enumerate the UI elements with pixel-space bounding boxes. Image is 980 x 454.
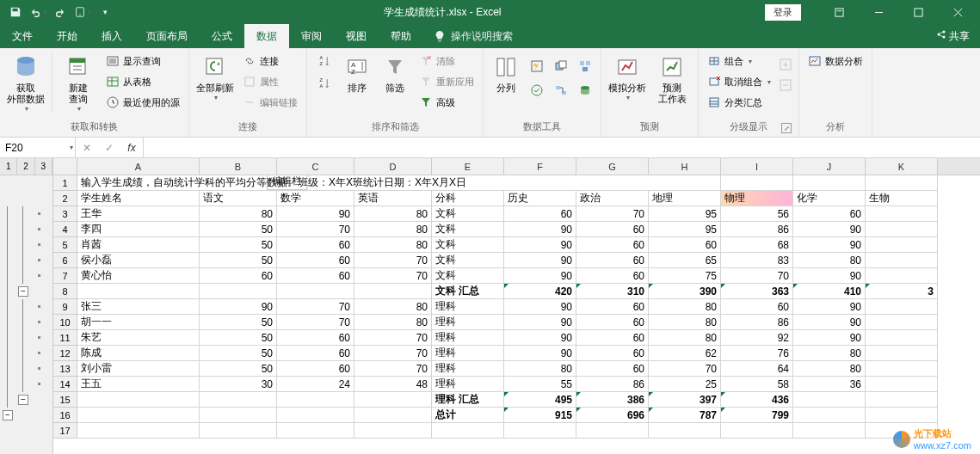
cell[interactable]: 理科 [432,346,504,361]
text-to-columns-button[interactable]: 分列 [489,52,523,95]
cell[interactable] [277,408,354,423]
cell[interactable]: 60 [576,268,649,284]
sort-asc-button[interactable]: AZ [312,52,336,71]
row-header[interactable]: 8 [53,284,77,299]
undo-button[interactable]: ▾ [28,2,48,22]
cell[interactable]: 70 [277,299,354,315]
properties-button[interactable]: 属性 [239,72,301,91]
cell[interactable]: 62 [649,346,721,361]
cell[interactable]: 输入学生成绩，自动统计学科的平均分等数据。班级：X年X班统计日期：X年X月X日 [77,175,649,191]
cell[interactable] [866,346,938,361]
subtotal-button[interactable]: 分类汇总 [704,93,774,112]
cell[interactable]: 95 [649,206,721,222]
cell[interactable]: 60 [277,361,354,377]
cell[interactable]: 90 [793,315,866,330]
cell[interactable] [866,299,938,315]
cell[interactable]: 文科 [432,268,504,284]
cell[interactable] [649,175,721,191]
row-header[interactable]: 14 [53,377,77,392]
save-button[interactable] [5,2,26,22]
cell[interactable] [793,408,866,423]
cell[interactable]: 刘小雷 [77,361,200,377]
cell[interactable]: 90 [504,253,576,268]
outline-collapse-group2[interactable]: − [18,395,28,405]
cell[interactable] [504,423,576,439]
cell[interactable]: 学生姓名 [77,191,200,206]
cell[interactable]: 60 [649,237,721,253]
cell[interactable]: 90 [793,330,866,346]
cell[interactable] [77,408,200,423]
cell[interactable]: 70 [277,222,354,237]
login-button[interactable]: 登录 [765,4,801,21]
cell[interactable]: 60 [277,268,354,284]
cell[interactable]: 90 [793,237,866,253]
column-header-G[interactable]: G [576,158,649,175]
cell[interactable]: 60 [277,330,354,346]
advanced-filter-button[interactable]: 高级 [416,93,478,112]
cell[interactable]: 70 [354,253,432,268]
cell[interactable]: 文科 [432,253,504,268]
cell[interactable]: 60 [200,268,277,284]
cell[interactable] [77,423,200,439]
ribbon-options-button[interactable] [820,0,858,24]
cell[interactable] [354,284,432,299]
column-header-I[interactable]: I [721,158,793,175]
cell[interactable] [866,330,938,346]
ungroup-button[interactable]: 取消组合▾ [704,72,774,91]
select-all-corner[interactable] [53,158,77,175]
cell[interactable]: 90 [793,299,866,315]
cell[interactable]: 92 [721,330,793,346]
data-validation-button[interactable] [527,81,547,100]
cell[interactable]: 70 [354,346,432,361]
touch-mode-button[interactable]: ▾ [72,2,93,22]
what-if-button[interactable]: 模拟分析 ▾ [607,52,648,103]
cell[interactable]: 80 [200,206,277,222]
cell[interactable] [721,423,793,439]
get-external-data-button[interactable]: 获取 外部数据 ▾ [5,52,46,114]
cell[interactable]: 420 [504,284,576,299]
refresh-all-button[interactable]: 全部刷新 ▾ [194,52,236,103]
cell[interactable]: 60 [277,253,354,268]
cell[interactable]: 76 [721,346,793,361]
cell[interactable]: 410 [793,284,866,299]
column-header-B[interactable]: B [200,158,277,175]
reapply-button[interactable]: 重新应用 [416,72,478,91]
cell[interactable] [200,408,277,423]
close-button[interactable] [939,0,977,24]
column-header-D[interactable]: D [354,158,432,175]
row-header[interactable]: 2 [53,191,77,206]
cell[interactable] [866,175,938,191]
data-model-button[interactable] [575,81,595,100]
cell[interactable]: 70 [354,330,432,346]
cell[interactable]: 80 [649,299,721,315]
outline-level-2[interactable]: 2 [17,158,34,175]
tab-help[interactable]: 帮助 [379,24,423,48]
cell[interactable]: 64 [721,361,793,377]
cell[interactable]: 朱艺 [77,330,200,346]
cell[interactable]: 文科 汇总 [432,284,504,299]
cell[interactable]: 80 [354,222,432,237]
cell[interactable]: 80 [793,361,866,377]
tab-review[interactable]: 审阅 [289,24,334,48]
tell-me-search[interactable]: 操作说明搜索 [423,24,523,48]
cell[interactable]: 50 [200,253,277,268]
cell[interactable]: 363 [721,284,793,299]
cell[interactable]: 50 [200,315,277,330]
column-header-C[interactable]: C [277,158,354,175]
cell[interactable]: 70 [649,361,721,377]
cell[interactable]: 50 [200,346,277,361]
cell[interactable]: 60 [793,206,866,222]
fx-button[interactable]: fx [124,142,139,154]
row-header[interactable]: 4 [53,222,77,237]
cell[interactable] [866,315,938,330]
cell[interactable]: 80 [354,206,432,222]
cell[interactable]: 436 [721,392,793,408]
remove-duplicates-button[interactable] [551,57,571,76]
cell[interactable]: 语文 [200,191,277,206]
cell[interactable]: 理科 [432,299,504,315]
cell[interactable]: 50 [200,361,277,377]
cell[interactable]: 65 [649,253,721,268]
cell[interactable] [866,268,938,284]
cell[interactable] [793,392,866,408]
sort-desc-button[interactable]: ZA [312,74,336,93]
